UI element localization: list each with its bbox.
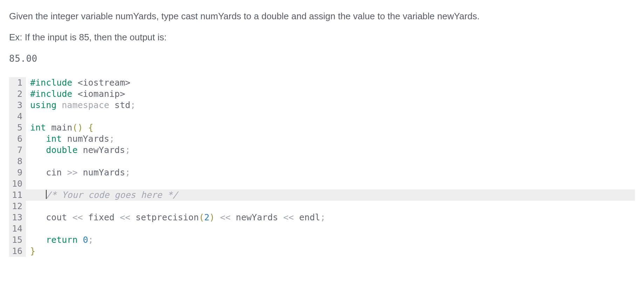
- code-token: ;: [130, 100, 136, 110]
- code-token: ;: [125, 145, 130, 155]
- code-token: setprecision: [136, 212, 199, 222]
- code-token: return: [46, 235, 83, 245]
- code-token: (): [72, 122, 83, 133]
- code-body[interactable]: #include <iostream>#include <iomanip>usi…: [26, 77, 635, 257]
- code-token: {: [88, 122, 94, 133]
- code-token: [30, 212, 46, 222]
- code-line[interactable]: [26, 111, 635, 122]
- code-token: <<: [72, 212, 88, 222]
- code-token: ;: [125, 167, 130, 178]
- code-token: [30, 235, 46, 245]
- line-number: 16: [11, 246, 24, 257]
- code-line[interactable]: [26, 156, 635, 167]
- code-token: <<: [120, 212, 136, 222]
- code-line[interactable]: return 0;: [26, 234, 635, 246]
- line-number: 5: [11, 122, 24, 133]
- code-token: (: [199, 212, 204, 222]
- code-token: }: [30, 246, 35, 256]
- code-token: cout: [46, 212, 72, 222]
- code-token: [83, 122, 88, 133]
- line-number: 8: [11, 156, 24, 167]
- code-token: ;: [109, 134, 115, 144]
- code-token: using: [30, 100, 62, 110]
- line-number: 7: [11, 145, 24, 156]
- line-number: 13: [11, 212, 24, 223]
- code-token: [30, 134, 46, 144]
- line-number: 4: [11, 111, 24, 122]
- code-token: <<: [283, 212, 299, 222]
- line-number: 1: [11, 77, 24, 88]
- code-line[interactable]: #include <iostream>: [26, 77, 635, 88]
- line-number: 11: [11, 189, 24, 201]
- code-line[interactable]: int main() {: [26, 122, 635, 133]
- line-number: 6: [11, 133, 24, 145]
- page-root: Given the integer variable numYards, typ…: [0, 0, 644, 287]
- code-line[interactable]: [26, 201, 635, 212]
- code-token: [30, 190, 46, 200]
- code-token: newYards: [236, 212, 283, 222]
- code-token: namespace: [62, 100, 115, 110]
- code-token: main: [51, 122, 72, 133]
- code-token: 0: [83, 235, 88, 245]
- line-number: 2: [11, 88, 24, 100]
- code-line[interactable]: #include <iomanip>: [26, 88, 635, 100]
- line-number-gutter: 12345678910111213141516: [9, 77, 26, 257]
- code-line[interactable]: using namespace std;: [26, 100, 635, 111]
- code-token: [30, 145, 46, 155]
- code-token: 2: [204, 212, 210, 222]
- code-line[interactable]: [26, 178, 635, 189]
- code-token: int: [30, 122, 51, 133]
- code-line[interactable]: /* Your code goes here */: [26, 189, 635, 201]
- code-token: double: [46, 145, 83, 155]
- code-token: [215, 212, 220, 222]
- code-token: numYards: [67, 134, 109, 144]
- line-number: 14: [11, 223, 24, 234]
- code-token: /* Your code goes here */: [46, 190, 178, 200]
- code-token: ;: [88, 235, 94, 245]
- code-token: <iomanip>: [77, 89, 125, 99]
- code-line[interactable]: int numYards;: [26, 133, 635, 145]
- code-token: <<: [220, 212, 236, 222]
- line-number: 10: [11, 178, 24, 189]
- code-token: numYards: [83, 167, 125, 178]
- code-token: <iostream>: [77, 78, 130, 88]
- example-heading: Ex: If the input is 85, then the output …: [9, 31, 635, 44]
- code-line[interactable]: cin >> numYards;: [26, 167, 635, 178]
- example-output: 85.00: [9, 54, 635, 64]
- code-editor[interactable]: 12345678910111213141516 #include <iostre…: [9, 77, 635, 257]
- code-line[interactable]: cout << fixed << setprecision(2) << newY…: [26, 212, 635, 223]
- code-line[interactable]: [26, 223, 635, 234]
- code-token: #include: [30, 78, 77, 88]
- code-token: cin: [46, 167, 67, 178]
- code-line[interactable]: }: [26, 246, 635, 257]
- line-number: 9: [11, 167, 24, 178]
- code-token: ;: [320, 212, 326, 222]
- code-token: endl: [299, 212, 320, 222]
- code-token: ): [210, 212, 215, 222]
- code-token: newYards: [83, 145, 125, 155]
- code-token: fixed: [88, 212, 120, 222]
- code-token: #include: [30, 89, 77, 99]
- line-number: 15: [11, 234, 24, 246]
- line-number: 3: [11, 100, 24, 111]
- code-token: std: [115, 100, 130, 110]
- code-token: >>: [67, 167, 83, 178]
- question-text: Given the integer variable numYards, typ…: [9, 10, 635, 23]
- code-token: [30, 167, 46, 178]
- line-number: 12: [11, 201, 24, 212]
- code-token: int: [46, 134, 67, 144]
- code-line[interactable]: double newYards;: [26, 145, 635, 156]
